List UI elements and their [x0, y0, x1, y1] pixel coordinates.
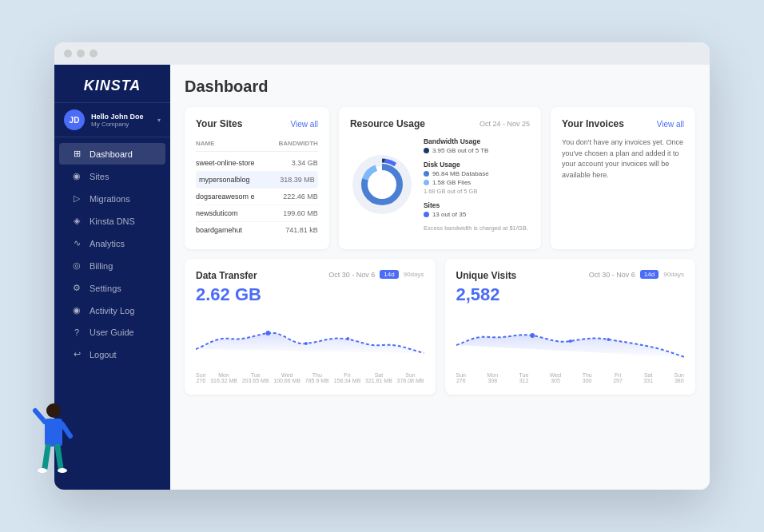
sub-period: 90days	[404, 271, 424, 278]
activity-icon: ◉	[70, 305, 83, 316]
chevron-down-icon: ▾	[157, 117, 161, 124]
bandwidth-dot	[424, 148, 429, 153]
disk-db-dot	[424, 171, 429, 177]
svg-point-6	[304, 342, 308, 345]
date-range: Oct 30 - Nov 6	[328, 271, 375, 279]
svg-line-14	[62, 424, 70, 436]
settings-icon: ⚙	[70, 283, 83, 293]
sidebar-item-settings[interactable]: ⚙ Settings	[59, 277, 165, 299]
resource-note: Excess bandwidth is charged at $1/GB.	[424, 224, 528, 232]
date-range: Oct 24 - Nov 25	[479, 120, 530, 128]
chart-title: Data Transfer	[196, 270, 257, 281]
card-header: Your Sites View all	[196, 118, 318, 129]
billing-icon: ◎	[70, 260, 83, 271]
card-title: Your Sites	[196, 118, 242, 129]
sidebar-item-logout[interactable]: ↩ Logout	[59, 343, 165, 365]
resource-usage-card: Resource Usage Oct 24 - Nov 25	[339, 107, 541, 249]
x-axis-labels: Sun276 Mon316.32 MB Tue203.65 MB Wed100.…	[196, 372, 424, 383]
unique-visits-card: Unique Visits Oct 30 - Nov 6 14d 90days …	[445, 259, 696, 395]
svg-point-17	[38, 468, 47, 473]
chart-value: 2.62 GB	[196, 284, 424, 305]
unique-visits-chart	[456, 313, 685, 369]
resource-legend: Bandwidth Usage 3.95 GB out of 5 TB Disk…	[424, 137, 528, 232]
view-all-invoices-link[interactable]: View all	[657, 120, 684, 129]
user-company: My Company	[91, 121, 157, 128]
svg-line-13	[35, 411, 45, 422]
table-row: sweet-online-store 3.34 GB	[196, 155, 318, 172]
sidebar-item-migrations[interactable]: ▷ Migrations	[59, 188, 165, 209]
svg-rect-12	[45, 419, 62, 447]
user-profile[interactable]: JD Hello John Doe My Company ▾	[54, 102, 170, 137]
sites-icon: ◉	[70, 171, 83, 181]
chart-header: Unique Visits Oct 30 - Nov 6 14d 90days	[456, 270, 685, 281]
sidebar-item-label: Dashboard	[90, 149, 133, 159]
svg-point-11	[46, 403, 61, 418]
table-header: NAME BANDWIDTH	[196, 137, 318, 152]
svg-line-15	[45, 447, 48, 468]
bottom-charts-row: Data Transfer Oct 30 - Nov 6 14d 90days …	[185, 259, 695, 395]
x-axis-labels: Sun276 Mon308 Tue312 Wed305 Thu300 Fri29…	[456, 372, 685, 383]
your-sites-card: Your Sites View all NAME BANDWIDTH sweet…	[185, 107, 329, 249]
browser-titlebar	[54, 42, 710, 65]
logout-icon: ↩	[70, 349, 83, 359]
character-decoration	[32, 396, 76, 484]
sidebar-logo: KINSTA	[54, 65, 170, 102]
table-row: mypersonalblog 318.39 MB	[196, 172, 318, 189]
sidebar-item-label: Settings	[90, 284, 121, 293]
chart-header: Data Transfer Oct 30 - Nov 6 14d 90days	[196, 270, 424, 281]
sidebar-item-label: Migrations	[90, 194, 130, 204]
view-all-sites-link[interactable]: View all	[291, 120, 318, 129]
table-row: boardgamehut 741.81 kB	[196, 222, 318, 238]
period-badge[interactable]: 14d	[380, 270, 398, 279]
sidebar-item-billing[interactable]: ◎ Billing	[59, 255, 165, 276]
analytics-icon: ∿	[70, 238, 83, 248]
browser-dot-green	[90, 50, 97, 58]
sidebar-item-kinsta-dns[interactable]: ◈ Kinsta DNS	[59, 210, 165, 232]
sites-dot	[424, 212, 429, 217]
svg-point-9	[568, 339, 571, 343]
sidebar-item-label: Sites	[90, 172, 109, 181]
sidebar-item-analytics[interactable]: ∿ Analytics	[59, 232, 165, 254]
svg-point-10	[607, 338, 610, 341]
sites-table: NAME BANDWIDTH sweet-online-store 3.34 G…	[196, 137, 318, 238]
card-header: Resource Usage Oct 24 - Nov 25	[350, 118, 530, 129]
sidebar-item-user-guide[interactable]: ? User Guide	[59, 322, 165, 343]
sidebar-item-label: Billing	[90, 261, 113, 271]
sidebar-item-activity-log[interactable]: ◉ Activity Log	[59, 300, 165, 321]
sidebar-item-label: User Guide	[90, 328, 134, 337]
sidebar-item-label: Activity Log	[90, 306, 134, 316]
svg-point-18	[58, 468, 67, 473]
svg-point-8	[530, 333, 535, 338]
top-cards-row: Your Sites View all NAME BANDWIDTH sweet…	[185, 107, 695, 249]
user-info: Hello John Doe My Company	[91, 113, 157, 128]
browser-dot-yellow	[77, 50, 85, 58]
svg-point-5	[266, 331, 271, 335]
page-title: Dashboard	[185, 77, 695, 96]
chart-value: 2,582	[456, 284, 685, 305]
table-row: dogsareawesom e 222.46 MB	[196, 189, 318, 205]
date-range: Oct 30 - Nov 6	[589, 271, 635, 279]
dashboard-icon: ⊞	[70, 149, 83, 159]
sidebar-item-label: Analytics	[90, 239, 125, 248]
period-badge[interactable]: 14d	[640, 270, 659, 279]
invoice-empty-message: You don't have any invoices yet. Once yo…	[562, 137, 684, 181]
col-bandwidth: BANDWIDTH	[279, 140, 318, 147]
user-name: Hello John Doe	[91, 113, 157, 121]
chart-title: Unique Visits	[456, 270, 517, 281]
disk-legend-group: Disk Usage 96.84 MB Database 1.58 GB Fil…	[424, 161, 528, 195]
card-title: Your Invoices	[562, 118, 624, 129]
invoices-card: Your Invoices View all You don't have an…	[551, 107, 695, 249]
sidebar-item-dashboard[interactable]: ⊞ Dashboard	[59, 143, 165, 165]
card-title: Resource Usage	[350, 118, 425, 129]
bandwidth-legend-group: Bandwidth Usage 3.95 GB out of 5 TB	[424, 137, 528, 154]
card-header: Your Invoices View all	[562, 118, 684, 129]
svg-point-7	[346, 337, 349, 340]
donut-chart	[350, 153, 414, 216]
col-name: NAME	[196, 140, 215, 147]
resource-inner: Bandwidth Usage 3.95 GB out of 5 TB Disk…	[350, 137, 530, 232]
migrations-icon: ▷	[70, 193, 83, 204]
data-transfer-chart	[196, 313, 424, 369]
sidebar-item-label: Logout	[90, 350, 117, 359]
svg-line-16	[58, 447, 61, 468]
sidebar-item-sites[interactable]: ◉ Sites	[59, 165, 165, 187]
